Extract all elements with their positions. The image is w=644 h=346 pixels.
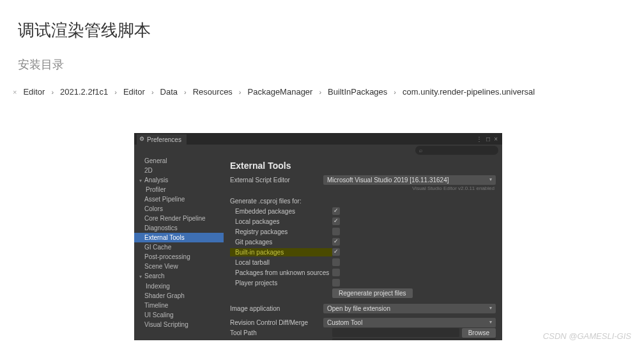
breadcrumb: × Editor› 2021.2.2f1c1› Editor› Data› Re… xyxy=(0,72,644,98)
sidebar-item[interactable]: UI Scaling xyxy=(134,310,224,320)
checkbox[interactable] xyxy=(332,228,340,235)
checkbox[interactable]: ✓ xyxy=(332,238,340,246)
chevron-right-icon: › xyxy=(180,88,190,96)
check-label: Git packages xyxy=(230,238,332,246)
checkbox[interactable]: ✓ xyxy=(332,248,340,256)
sidebar-item[interactable]: ▾Analysis xyxy=(134,175,224,185)
sidebar-item[interactable]: ▾Search xyxy=(134,271,224,281)
chevron-right-icon: › xyxy=(111,88,121,96)
sidebar-item[interactable]: External Tools xyxy=(134,233,224,242)
chevron-right-icon: › xyxy=(148,88,158,96)
tab-preferences[interactable]: ⚙ Preferences xyxy=(137,134,187,145)
caret-down-icon: ▾ xyxy=(489,305,492,311)
two-way-input[interactable] xyxy=(332,338,496,340)
browse-button[interactable]: Browse xyxy=(462,328,496,338)
checkbox[interactable] xyxy=(332,258,340,266)
check-label: Registry packages xyxy=(230,228,332,236)
sidebar: General2D▾AnalysisProfilerAsset Pipeline… xyxy=(134,156,224,340)
sidebar-item[interactable]: GI Cache xyxy=(134,242,224,252)
chevron-right-icon: › xyxy=(390,88,400,96)
regenerate-button[interactable]: Regenerate project files xyxy=(332,288,413,298)
breadcrumb-close-icon[interactable]: × xyxy=(13,88,17,96)
expand-icon: ▾ xyxy=(139,178,144,184)
sidebar-item[interactable]: Indexing xyxy=(134,281,224,291)
breadcrumb-item[interactable]: 2021.2.2f1c1 xyxy=(57,85,111,98)
watermark: CSDN @GAMESLI-GIS xyxy=(543,331,631,341)
search-row xyxy=(134,145,502,156)
check-label: Local packages xyxy=(230,217,332,226)
window-maximize-icon[interactable]: □ xyxy=(484,135,492,143)
image-app-label: Image application xyxy=(230,304,323,313)
breadcrumb-item[interactable]: BuiltInPackages xyxy=(325,85,390,98)
titlebar: ⚙ Preferences ⋮ □ × xyxy=(134,133,502,145)
tool-path-label: Tool Path xyxy=(230,329,332,337)
breadcrumb-item[interactable]: Data xyxy=(158,85,180,98)
sidebar-item[interactable]: General xyxy=(134,156,224,166)
expand-icon: ▾ xyxy=(139,274,144,280)
sidebar-item[interactable]: Asset Pipeline xyxy=(134,194,224,204)
generate-label: Generate .csproj files for: xyxy=(230,197,332,205)
sidebar-item[interactable]: Shader Graph xyxy=(134,291,224,301)
sidebar-item[interactable]: Post-processing xyxy=(134,252,224,262)
sidebar-item[interactable]: Profiler xyxy=(134,185,224,194)
check-label: Local tarball xyxy=(230,258,332,267)
search-input[interactable] xyxy=(415,146,498,155)
check-label: Packages from unknown sources xyxy=(230,269,332,277)
checkbox[interactable]: ✓ xyxy=(332,207,340,215)
content-panel: External Tools External Script Editor Mi… xyxy=(224,156,502,340)
breadcrumb-item[interactable]: PackageManager xyxy=(245,85,316,98)
section-title: 安装目录 xyxy=(0,42,644,72)
breadcrumb-item[interactable]: Editor xyxy=(121,85,148,98)
check-label: Built-in packages xyxy=(230,248,332,256)
chevron-right-icon: › xyxy=(235,88,245,96)
script-editor-dropdown[interactable]: Microsoft Visual Studio 2019 [16.11.3162… xyxy=(323,175,496,185)
sidebar-item[interactable]: Diagnostics xyxy=(134,223,224,233)
check-label: Embedded packages xyxy=(230,207,332,216)
editor-note: Visual Studio Editor v2.0.11 enabled xyxy=(230,185,496,192)
chevron-right-icon: › xyxy=(315,88,325,96)
check-label: Player projects xyxy=(230,279,332,287)
rcdm-label: Revision Control Diff/Merge xyxy=(230,318,323,327)
sidebar-item[interactable]: Timeline xyxy=(134,301,224,310)
caret-down-icon: ▾ xyxy=(489,319,492,326)
checkbox[interactable]: ✓ xyxy=(332,217,340,225)
checkbox[interactable] xyxy=(332,279,340,287)
tab-label: Preferences xyxy=(147,136,181,144)
gear-icon: ⚙ xyxy=(139,136,144,143)
preferences-window: ⚙ Preferences ⋮ □ × General2D▾AnalysisPr… xyxy=(134,133,502,340)
rcdm-dropdown[interactable]: Custom Tool▾ xyxy=(323,318,496,327)
script-editor-label: External Script Editor xyxy=(230,176,323,184)
checkbox[interactable] xyxy=(332,269,340,276)
breadcrumb-item[interactable]: Resources xyxy=(190,85,235,98)
page-title: 调试渲染管线脚本 xyxy=(0,0,644,42)
window-menu-icon[interactable]: ⋮ xyxy=(474,135,484,143)
sidebar-item[interactable]: 2D xyxy=(134,166,224,175)
breadcrumb-item[interactable]: com.unity.render-pipelines.universal xyxy=(400,85,537,98)
sidebar-item[interactable]: Colors xyxy=(134,204,224,214)
window-close-icon[interactable]: × xyxy=(492,135,500,143)
content-heading: External Tools xyxy=(230,160,496,171)
breadcrumb-item[interactable]: Editor xyxy=(20,85,47,98)
chevron-right-icon: › xyxy=(47,88,57,96)
sidebar-item[interactable]: Scene View xyxy=(134,262,224,271)
two-way-label: Two-way diff command line xyxy=(230,339,332,340)
caret-down-icon: ▾ xyxy=(489,177,492,183)
sidebar-item[interactable]: Visual Scripting xyxy=(134,320,224,329)
sidebar-item[interactable]: Core Render Pipeline xyxy=(134,214,224,223)
image-app-dropdown[interactable]: Open by file extension▾ xyxy=(323,304,496,313)
tool-path-input[interactable] xyxy=(332,328,459,337)
